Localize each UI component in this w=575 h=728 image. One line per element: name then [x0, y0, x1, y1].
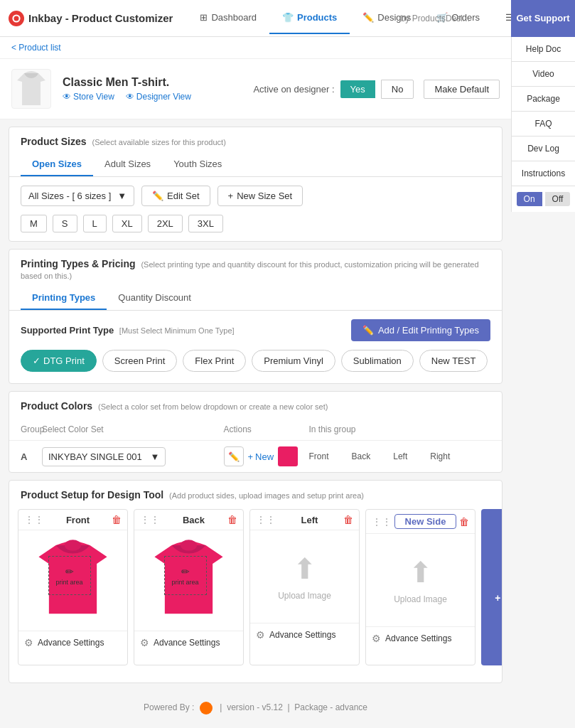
sidebar-toggle: On Off — [512, 186, 575, 212]
print-type-new-test[interactable]: New TEST — [419, 350, 488, 372]
print-type-screen[interactable]: Screen Print — [102, 350, 178, 372]
gear-icon-new[interactable]: ⚙ — [372, 633, 381, 644]
upload-text-new: Upload Image — [394, 594, 447, 604]
side-card-header-back: ⋮⋮ Back 🗑 — [134, 510, 243, 530]
size-m[interactable]: M — [21, 215, 47, 232]
side-card-body-front: ✏ print area — [18, 530, 127, 631]
tab-adult-sizes[interactable]: Adult Sizes — [93, 153, 162, 176]
advance-settings-left[interactable]: Advance Settings — [269, 630, 335, 640]
back-tshirt: ✏ print area — [143, 536, 235, 625]
sidebar-help-doc[interactable]: Help Doc — [512, 37, 575, 62]
product-info: Classic Men T-shirt. 👁 Store View 👁 Desi… — [63, 76, 242, 102]
sidebar-faq[interactable]: FAQ — [512, 112, 575, 136]
product-sizes-section: Product Sizes (Select available sizes fo… — [9, 127, 503, 242]
new-colorset-button[interactable]: + New — [248, 451, 274, 462]
dropdown-arrow-icon: ▼ — [150, 451, 159, 462]
brand-logo: Inkbay - Product Customizer — [9, 11, 173, 26]
no-button[interactable]: No — [381, 80, 414, 99]
add-edit-printing-types-button[interactable]: ✏️ Add / Edit Printing Types — [351, 319, 490, 341]
right-sidebar: Help Doc Video Package FAQ Dev Log Instr… — [511, 37, 575, 212]
new-size-button[interactable]: + New Size Set — [217, 186, 303, 206]
edit-icon: ✏️ — [152, 191, 163, 201]
side-card-front: ⋮⋮ Front 🗑 ✏ print area — [18, 509, 128, 665]
drag-handle-icon-left[interactable]: ⋮⋮ — [256, 514, 276, 525]
printing-types-section: Printing Types & Pricing (Select printin… — [9, 249, 503, 384]
nav-dashboard[interactable]: ⊞ Dashboard — [187, 2, 269, 34]
upload-arrow-icon-left: ⬆ — [293, 552, 317, 585]
sidebar-instructions[interactable]: Instructions — [512, 161, 575, 186]
size-3xl[interactable]: 3XL — [188, 215, 223, 232]
dashboard-icon: ⊞ — [200, 12, 208, 23]
sidebar-video[interactable]: Video — [512, 62, 575, 87]
side-card-footer-back: ⚙ Advance Settings — [134, 631, 243, 654]
advance-settings-new[interactable]: Advance Settings — [385, 633, 451, 643]
side-card-body-back: ✏ print area — [134, 530, 243, 631]
tab-open-sizes[interactable]: Open Sizes — [21, 153, 93, 176]
footer: Powered By : | version - v5.12 | Package… — [0, 690, 511, 726]
svg-point-1 — [14, 16, 19, 21]
delete-left-icon[interactable]: 🗑 — [343, 514, 353, 525]
advance-settings-front[interactable]: Advance Settings — [38, 638, 104, 648]
nav-products[interactable]: 👕 Products — [269, 2, 350, 34]
designer-view-link[interactable]: 👁 Designer View — [126, 92, 191, 102]
print-type-flex[interactable]: Flex Print — [183, 350, 246, 372]
store-view-link[interactable]: 👁 Store View — [63, 92, 114, 102]
breadcrumb[interactable]: Product list — [0, 37, 511, 59]
color-swatch[interactable] — [278, 446, 298, 466]
product-name: Classic Men T-shirt. — [63, 76, 242, 89]
edit-set-button[interactable]: ✏️ Edit Set — [141, 186, 210, 206]
plus-icon-2: + — [248, 451, 254, 462]
size-dropdown[interactable]: All Sizes - [ 6 sizes ] ▼ — [21, 186, 134, 206]
side-card-body-left: ⬆ Upload Image — [250, 530, 359, 623]
tab-youth-sizes[interactable]: Youth Sizes — [162, 153, 233, 176]
sizes-tabs: Open Sizes Adult Sizes Youth Sizes — [9, 153, 502, 177]
edit-colorset-button[interactable]: ✏️ — [224, 446, 244, 466]
drag-handle-icon-back[interactable]: ⋮⋮ — [140, 514, 160, 525]
actions-val: ✏️ + New — [224, 446, 309, 466]
size-s[interactable]: S — [53, 215, 77, 232]
print-type-dtg[interactable]: ✓ DTG Print — [21, 350, 97, 372]
gear-icon-left[interactable]: ⚙ — [256, 629, 265, 641]
delete-new-icon[interactable]: 🗑 — [459, 516, 469, 528]
add-side-button[interactable]: + + Side — [481, 509, 502, 665]
print-area-back[interactable]: ✏ print area — [164, 556, 207, 595]
side-new-title[interactable]: New Side — [394, 514, 456, 529]
drag-handle-icon-front[interactable]: ⋮⋮ — [24, 514, 44, 525]
delete-back-icon[interactable]: 🗑 — [227, 514, 237, 525]
delete-front-icon[interactable]: 🗑 — [112, 514, 122, 525]
size-2xl[interactable]: 2XL — [148, 215, 183, 232]
side-card-header-front: ⋮⋮ Front 🗑 — [18, 510, 127, 530]
make-default-button[interactable]: Make Default — [424, 80, 500, 99]
print-area-front[interactable]: ✏ print area — [48, 556, 91, 595]
gear-icon-front[interactable]: ⚙ — [24, 637, 33, 648]
upload-left[interactable]: ⬆ Upload Image — [278, 552, 331, 601]
sidebar-package[interactable]: Package — [512, 87, 575, 112]
colorset-dropdown[interactable]: INKYBAY SINGLE 001 ▼ — [42, 447, 166, 466]
side-left-label: Left — [393, 451, 407, 461]
toggle-off-button[interactable]: Off — [545, 192, 571, 206]
size-xl[interactable]: XL — [112, 215, 142, 232]
tab-quantity-discount[interactable]: Quantity Discount — [107, 287, 203, 310]
side-back-title: Back — [163, 515, 225, 525]
side-card-footer-left: ⚙ Advance Settings — [250, 623, 359, 646]
product-links: 👁 Store View 👁 Designer View — [63, 92, 242, 102]
yes-button[interactable]: Yes — [340, 80, 375, 98]
drag-handle-icon-new[interactable]: ⋮⋮ — [372, 516, 392, 528]
size-l[interactable]: L — [83, 215, 107, 232]
colors-row: A INKYBAY SINGLE 001 ▼ ✏️ + New — [9, 441, 502, 472]
advance-settings-back[interactable]: Advance Settings — [154, 638, 220, 648]
gear-icon-back[interactable]: ⚙ — [140, 637, 149, 648]
print-type-premium[interactable]: Premium Vinyl — [252, 350, 335, 372]
tab-printing-types[interactable]: Printing Types — [21, 287, 107, 310]
dropdown-chevron-icon: ▼ — [117, 191, 127, 201]
eye-icon-2: 👁 — [126, 92, 134, 102]
toggle-on-button[interactable]: On — [517, 192, 542, 206]
print-type-sublimation[interactable]: Sublimation — [341, 350, 414, 372]
sidebar-dev-log[interactable]: Dev Log — [512, 136, 575, 161]
support-button[interactable]: Get Support — [511, 0, 575, 37]
upload-arrow-icon-new: ⬆ — [409, 556, 433, 589]
colors-table: Group Select Color Set Actions In this g… — [9, 419, 502, 472]
upload-new[interactable]: ⬆ Upload Image — [394, 556, 447, 604]
side-card-new: ⋮⋮ New Side 🗑 ⬆ Upload Image ⚙ Advance S… — [365, 509, 475, 665]
printing-title: Printing Types & Pricing (Select printin… — [9, 250, 502, 281]
